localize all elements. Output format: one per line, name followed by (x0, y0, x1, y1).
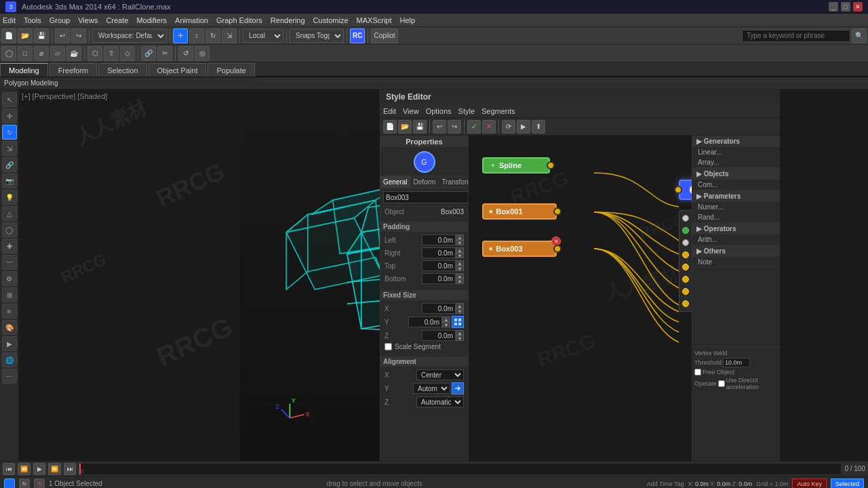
menu-tools[interactable]: Tools (24, 16, 41, 24)
tool-scale[interactable]: ⇲ (2, 141, 17, 156)
se-menu-edit[interactable]: Edit (383, 107, 396, 115)
tool-environment[interactable]: 🌐 (2, 352, 17, 367)
search-input[interactable] (742, 30, 850, 42)
padding-left-up[interactable]: ▲ (456, 235, 464, 240)
rp-objects-title[interactable]: ▶ Objects (692, 168, 780, 180)
se-undo-btn[interactable]: ↩ (433, 120, 446, 134)
tool-space-warp[interactable]: 〰 (2, 255, 17, 270)
padding-top-input[interactable] (422, 260, 456, 271)
sub-tab-polygon-modeling[interactable]: Polygon Modeling (4, 79, 58, 87)
copilot-btn[interactable]: Copilot (371, 28, 397, 43)
coord-system-dropdown[interactable]: Local (243, 29, 283, 43)
minimize-button[interactable]: _ (829, 2, 838, 12)
fixed-y-up[interactable]: ▲ (442, 317, 450, 322)
menu-group[interactable]: Group (50, 16, 71, 24)
directx-checkbox[interactable] (718, 380, 725, 387)
menu-help[interactable]: Help (400, 16, 416, 24)
padding-bottom-down[interactable]: ▼ (456, 279, 464, 284)
box001-node[interactable]: ■ Box001 (482, 203, 557, 220)
tool-camera[interactable]: 📷 (2, 174, 17, 188)
tool-move[interactable]: ✛ (2, 108, 17, 123)
snap-dropdown[interactable]: Snaps Toggle (290, 29, 344, 43)
status-delete-btn[interactable]: ✕ (34, 479, 45, 489)
fixed-x-up[interactable]: ▲ (456, 303, 464, 308)
padding-right-input[interactable] (422, 247, 456, 258)
props-tab-transform[interactable]: Transform (439, 176, 469, 188)
scale-btn[interactable]: ⇲ (222, 28, 237, 43)
padding-bottom-input[interactable] (422, 273, 456, 284)
rp-generators-array[interactable]: Array... (692, 157, 780, 167)
se-save-btn[interactable]: 💾 (413, 120, 427, 134)
menu-edit[interactable]: Edit (3, 16, 16, 24)
plane-btn[interactable]: ▱ (50, 46, 65, 61)
se-refresh-btn[interactable]: ⟳ (502, 120, 515, 134)
tool-shape[interactable]: △ (2, 206, 17, 221)
fixed-y-down[interactable]: ▼ (442, 322, 450, 327)
tool-light[interactable]: 💡 (2, 190, 17, 205)
fixed-x-down[interactable]: ▼ (456, 308, 464, 314)
chamfer-btn[interactable]: ⬡ (87, 46, 102, 61)
connector-spline[interactable]: Spline (679, 212, 692, 224)
undo-btn[interactable]: ↩ (55, 28, 70, 43)
box-btn[interactable]: □ (18, 46, 33, 61)
align-y-dropdown[interactable]: Automatic (413, 383, 450, 394)
se-render-btn[interactable]: ▶ (517, 120, 530, 134)
scale-segment-checkbox[interactable] (384, 343, 392, 350)
select-btn[interactable]: ✛ (173, 28, 188, 43)
threshold-input[interactable] (723, 358, 750, 367)
fixed-size-z-input[interactable] (422, 330, 456, 341)
rp-generators-title[interactable]: ▶ Generators (692, 136, 780, 147)
tool-render[interactable]: ▶ (2, 336, 17, 351)
fixed-z-up[interactable]: ▲ (456, 330, 464, 336)
linear1s-node[interactable]: L Linear 1S (679, 180, 692, 200)
connector-end[interactable]: End (679, 298, 692, 310)
tool-geometry[interactable]: ◯ (2, 222, 17, 237)
box003-port-right[interactable] (553, 245, 561, 253)
se-menu-options[interactable]: Options (426, 107, 452, 115)
rp-parameters-title[interactable]: ▶ Parameters (692, 190, 780, 202)
padding-right-down[interactable]: ▼ (456, 253, 464, 258)
rp-objects-com[interactable]: Com... (692, 180, 780, 190)
attach-btn[interactable]: 🔗 (141, 46, 156, 61)
align-x-dropdown[interactable]: CenterLeftRight (416, 369, 464, 380)
railclone-btn[interactable]: RC (350, 28, 365, 43)
padding-right-up[interactable]: ▲ (456, 247, 464, 253)
next-frame-btn[interactable]: ⏩ (48, 463, 61, 475)
status-new-btn[interactable]: N (19, 479, 30, 489)
fixed-size-grid-icon[interactable] (452, 316, 464, 328)
move-btn[interactable]: ↕ (189, 28, 204, 43)
menu-animation[interactable]: Animation (175, 16, 208, 24)
tab-freeform[interactable]: Freeform (50, 63, 98, 77)
bevel-btn[interactable]: ◇ (120, 46, 135, 61)
geosphere-btn[interactable]: ◯ (1, 46, 16, 61)
rp-parameters-rand[interactable]: Rand... (692, 212, 780, 222)
spline-node-port-right[interactable] (547, 161, 555, 169)
menu-rendering[interactable]: Rendering (271, 16, 305, 24)
se-menu-segments[interactable]: Segments (481, 107, 515, 115)
teapot-btn[interactable]: ☕ (66, 46, 81, 61)
align-z-dropdown[interactable]: Automatic (416, 396, 464, 407)
se-menu-style[interactable]: Style (458, 107, 475, 115)
ring-btn[interactable]: ◎ (195, 46, 210, 61)
rp-parameters-numer[interactable]: Numer... (692, 202, 780, 212)
se-check-btn[interactable]: ✓ (467, 120, 481, 134)
fixed-z-down[interactable]: ▼ (456, 336, 464, 341)
free-object-checkbox[interactable] (694, 369, 701, 375)
rp-generators-linear[interactable]: Linear... (692, 147, 780, 157)
connector-evenly[interactable]: Evenly (679, 285, 692, 298)
padding-left-input[interactable] (422, 235, 456, 245)
save-btn[interactable]: 💾 (34, 28, 49, 43)
tool-system[interactable]: ⚙ (2, 271, 17, 286)
tool-mirror[interactable]: ⊞ (2, 287, 17, 302)
auto-key-btn[interactable]: Auto Key (792, 479, 827, 489)
rotate-btn[interactable]: ↻ (205, 28, 220, 43)
fixed-size-x-input[interactable] (422, 303, 456, 314)
box003-node[interactable]: ■ Box003 ✕ (482, 241, 557, 257)
connector-clipping-area[interactable]: Clipping area (679, 224, 692, 237)
rp-others-note[interactable]: Note (692, 257, 780, 267)
padding-bottom-up[interactable]: ▲ (456, 273, 464, 279)
selected-btn[interactable]: Selected (831, 479, 864, 489)
play-btn[interactable]: ⏮ (3, 463, 15, 475)
align-icon-btn[interactable] (452, 382, 464, 394)
menu-modifiers[interactable]: Modifiers (136, 16, 167, 24)
